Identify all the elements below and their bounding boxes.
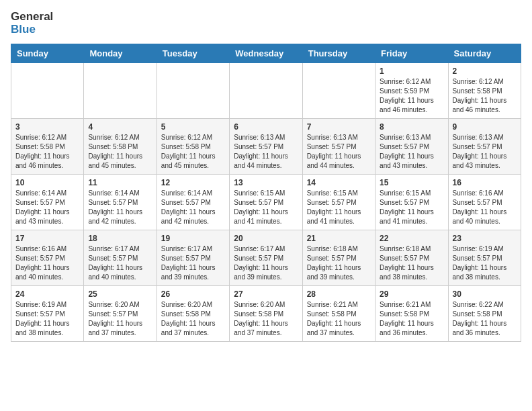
calendar-cell: 3Sunrise: 6:12 AM Sunset: 5:58 PM Daylig… <box>11 119 84 175</box>
day-info: Sunrise: 6:16 AM Sunset: 5:57 PM Dayligh… <box>15 244 79 282</box>
day-info: Sunrise: 6:21 AM Sunset: 5:58 PM Dayligh… <box>380 300 443 338</box>
day-info: Sunrise: 6:13 AM Sunset: 5:57 PM Dayligh… <box>234 133 298 171</box>
calendar-cell: 4Sunrise: 6:12 AM Sunset: 5:58 PM Daylig… <box>84 119 157 175</box>
day-number: 10 <box>15 178 79 187</box>
calendar-cell: 24Sunrise: 6:19 AM Sunset: 5:57 PM Dayli… <box>11 286 84 342</box>
day-number: 4 <box>88 122 152 132</box>
calendar-cell: 10Sunrise: 6:14 AM Sunset: 5:57 PM Dayli… <box>11 175 84 230</box>
calendar-cell: 27Sunrise: 6:20 AM Sunset: 5:58 PM Dayli… <box>230 286 302 342</box>
calendar-week-row: 17Sunrise: 6:16 AM Sunset: 5:57 PM Dayli… <box>11 230 521 286</box>
calendar-week-row: 10Sunrise: 6:14 AM Sunset: 5:57 PM Dayli… <box>11 175 521 230</box>
calendar-cell: 7Sunrise: 6:13 AM Sunset: 5:57 PM Daylig… <box>302 119 375 175</box>
calendar-cell: 6Sunrise: 6:13 AM Sunset: 5:57 PM Daylig… <box>230 119 302 175</box>
day-number: 18 <box>88 234 152 243</box>
day-number: 22 <box>380 234 443 243</box>
calendar-cell: 23Sunrise: 6:19 AM Sunset: 5:57 PM Dayli… <box>448 230 521 286</box>
day-info: Sunrise: 6:13 AM Sunset: 5:57 PM Dayligh… <box>307 133 371 171</box>
calendar-cell: 12Sunrise: 6:14 AM Sunset: 5:57 PM Dayli… <box>157 175 229 230</box>
day-number: 14 <box>307 178 371 187</box>
day-info: Sunrise: 6:20 AM Sunset: 5:57 PM Dayligh… <box>88 300 152 338</box>
day-info: Sunrise: 6:20 AM Sunset: 5:58 PM Dayligh… <box>161 300 225 338</box>
calendar-cell: 13Sunrise: 6:15 AM Sunset: 5:57 PM Dayli… <box>230 175 302 230</box>
day-info: Sunrise: 6:15 AM Sunset: 5:57 PM Dayligh… <box>307 189 371 226</box>
day-info: Sunrise: 6:15 AM Sunset: 5:57 PM Dayligh… <box>380 189 443 226</box>
day-number: 25 <box>88 289 152 299</box>
calendar-cell: 17Sunrise: 6:16 AM Sunset: 5:57 PM Dayli… <box>11 230 84 286</box>
day-info: Sunrise: 6:12 AM Sunset: 5:58 PM Dayligh… <box>453 77 517 115</box>
day-number: 29 <box>380 289 443 299</box>
calendar-week-row: 3Sunrise: 6:12 AM Sunset: 5:58 PM Daylig… <box>11 119 521 175</box>
day-number: 30 <box>453 289 517 299</box>
day-number: 19 <box>161 234 225 243</box>
calendar-cell: 1Sunrise: 6:12 AM Sunset: 5:59 PM Daylig… <box>375 63 448 119</box>
weekday-header-saturday: Saturday <box>448 44 521 63</box>
day-info: Sunrise: 6:12 AM Sunset: 5:58 PM Dayligh… <box>161 133 225 171</box>
weekday-header-row: SundayMondayTuesdayWednesdayThursdayFrid… <box>11 44 521 63</box>
logo-general: General <box>11 11 53 24</box>
weekday-header-tuesday: Tuesday <box>157 44 229 63</box>
day-info: Sunrise: 6:17 AM Sunset: 5:57 PM Dayligh… <box>88 244 152 282</box>
logo: General Blue <box>11 11 53 36</box>
day-number: 24 <box>15 289 79 299</box>
logo-blue: Blue <box>11 24 53 36</box>
calendar-cell: 8Sunrise: 6:13 AM Sunset: 5:57 PM Daylig… <box>375 119 448 175</box>
day-info: Sunrise: 6:15 AM Sunset: 5:57 PM Dayligh… <box>234 189 298 226</box>
calendar-cell: 15Sunrise: 6:15 AM Sunset: 5:57 PM Dayli… <box>375 175 448 230</box>
weekday-header-wednesday: Wednesday <box>230 44 302 63</box>
day-info: Sunrise: 6:19 AM Sunset: 5:57 PM Dayligh… <box>453 244 517 282</box>
day-number: 17 <box>15 234 79 243</box>
calendar-cell: 5Sunrise: 6:12 AM Sunset: 5:58 PM Daylig… <box>157 119 229 175</box>
day-number: 26 <box>161 289 225 299</box>
weekday-header-sunday: Sunday <box>11 44 84 63</box>
day-number: 23 <box>453 234 517 243</box>
calendar-body: 1Sunrise: 6:12 AM Sunset: 5:59 PM Daylig… <box>11 63 521 342</box>
day-number: 11 <box>88 178 152 187</box>
day-number: 13 <box>234 178 298 187</box>
day-number: 21 <box>307 234 371 243</box>
day-number: 3 <box>15 122 79 132</box>
calendar-cell: 20Sunrise: 6:17 AM Sunset: 5:57 PM Dayli… <box>230 230 302 286</box>
calendar-cell: 25Sunrise: 6:20 AM Sunset: 5:57 PM Dayli… <box>84 286 157 342</box>
page-header: General Blue <box>11 11 521 36</box>
day-info: Sunrise: 6:17 AM Sunset: 5:57 PM Dayligh… <box>161 244 225 282</box>
calendar-cell: 19Sunrise: 6:17 AM Sunset: 5:57 PM Dayli… <box>157 230 229 286</box>
calendar-cell <box>11 63 84 119</box>
calendar-cell: 26Sunrise: 6:20 AM Sunset: 5:58 PM Dayli… <box>157 286 229 342</box>
calendar-cell: 21Sunrise: 6:18 AM Sunset: 5:57 PM Dayli… <box>302 230 375 286</box>
calendar-cell: 28Sunrise: 6:21 AM Sunset: 5:58 PM Dayli… <box>302 286 375 342</box>
calendar-header: SundayMondayTuesdayWednesdayThursdayFrid… <box>11 44 521 63</box>
day-number: 28 <box>307 289 371 299</box>
calendar-cell: 16Sunrise: 6:16 AM Sunset: 5:57 PM Dayli… <box>448 175 521 230</box>
calendar-cell <box>230 63 302 119</box>
day-number: 8 <box>380 122 443 132</box>
calendar-cell: 29Sunrise: 6:21 AM Sunset: 5:58 PM Dayli… <box>375 286 448 342</box>
day-number: 7 <box>307 122 371 132</box>
day-info: Sunrise: 6:18 AM Sunset: 5:57 PM Dayligh… <box>307 244 371 282</box>
calendar-week-row: 24Sunrise: 6:19 AM Sunset: 5:57 PM Dayli… <box>11 286 521 342</box>
calendar-week-row: 1Sunrise: 6:12 AM Sunset: 5:59 PM Daylig… <box>11 63 521 119</box>
logo-text: General Blue <box>11 11 53 36</box>
calendar-cell: 18Sunrise: 6:17 AM Sunset: 5:57 PM Dayli… <box>84 230 157 286</box>
day-number: 5 <box>161 122 225 132</box>
day-number: 20 <box>234 234 298 243</box>
day-info: Sunrise: 6:22 AM Sunset: 5:58 PM Dayligh… <box>453 300 517 338</box>
calendar-cell: 14Sunrise: 6:15 AM Sunset: 5:57 PM Dayli… <box>302 175 375 230</box>
weekday-header-thursday: Thursday <box>302 44 375 63</box>
day-number: 15 <box>380 178 443 187</box>
day-info: Sunrise: 6:13 AM Sunset: 5:57 PM Dayligh… <box>380 133 443 171</box>
calendar-cell: 30Sunrise: 6:22 AM Sunset: 5:58 PM Dayli… <box>448 286 521 342</box>
day-number: 6 <box>234 122 298 132</box>
day-info: Sunrise: 6:20 AM Sunset: 5:58 PM Dayligh… <box>234 300 298 338</box>
calendar-cell: 22Sunrise: 6:18 AM Sunset: 5:57 PM Dayli… <box>375 230 448 286</box>
calendar-cell <box>157 63 229 119</box>
day-info: Sunrise: 6:13 AM Sunset: 5:57 PM Dayligh… <box>453 133 517 171</box>
day-info: Sunrise: 6:16 AM Sunset: 5:57 PM Dayligh… <box>453 189 517 226</box>
day-info: Sunrise: 6:21 AM Sunset: 5:58 PM Dayligh… <box>307 300 371 338</box>
day-number: 12 <box>161 178 225 187</box>
day-info: Sunrise: 6:19 AM Sunset: 5:57 PM Dayligh… <box>15 300 79 338</box>
day-info: Sunrise: 6:18 AM Sunset: 5:57 PM Dayligh… <box>380 244 443 282</box>
day-number: 16 <box>453 178 517 187</box>
calendar-cell: 2Sunrise: 6:12 AM Sunset: 5:58 PM Daylig… <box>448 63 521 119</box>
day-number: 9 <box>453 122 517 132</box>
calendar-cell: 11Sunrise: 6:14 AM Sunset: 5:57 PM Dayli… <box>84 175 157 230</box>
